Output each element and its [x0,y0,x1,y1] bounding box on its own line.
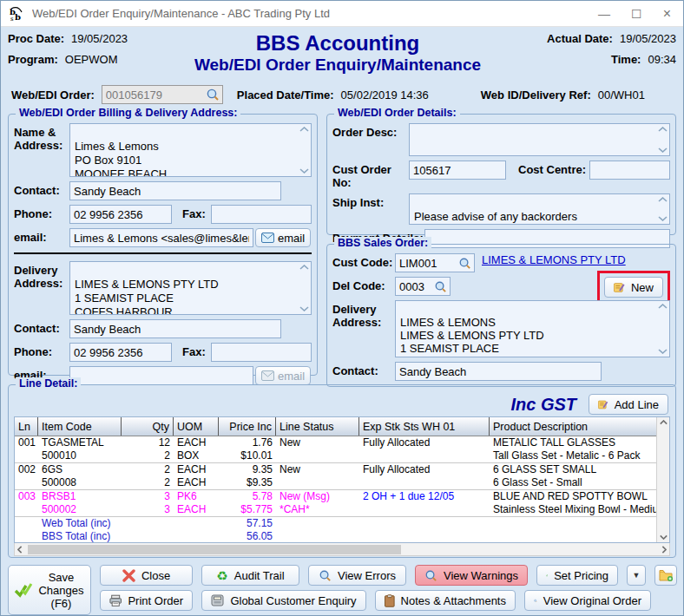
scroll-down-icon[interactable] [299,167,309,174]
printer-icon [109,594,122,607]
svg-text:b: b [15,12,21,22]
column-header[interactable]: Line Status [276,417,359,436]
webedi-order-input[interactable] [102,85,223,104]
close-window-button[interactable]: × [663,8,671,20]
del-code-input[interactable] [395,277,451,296]
scroll-up-icon[interactable] [658,197,668,203]
customer-link[interactable]: LIMES & LEMONS PTY LTD [482,253,626,266]
scroll-down-icon[interactable] [658,147,668,153]
delivery-fax-label: Fax: [182,343,206,358]
maximize-button[interactable]: ☐ [631,8,642,20]
column-header[interactable]: UOM [174,417,219,436]
delivery-address-label: Delivery Address: [14,261,69,290]
scroll-down-icon[interactable] [660,534,668,540]
vertical-scrollbar[interactable] [656,417,669,542]
placed-datetime-value: 05/02/2019 14:36 [341,88,429,102]
add-line-button[interactable]: Add Line [589,394,668,415]
view-warnings-button[interactable]: View Warnings [415,565,528,586]
note-pencil-icon [614,281,625,294]
delivery-address-textarea[interactable]: LIMES & LEMONS PTY LTD 1 SEAMIST PLACE C… [69,261,312,315]
scroll-up-icon[interactable] [299,265,309,271]
order-desc-textarea[interactable] [409,123,670,156]
billing-delivery-group: Web/EDI Order Billing & Delivery Address… [8,114,318,376]
column-header[interactable]: Product Description [490,417,656,436]
print-order-button[interactable]: Print Order [100,590,193,611]
new-folder-button[interactable] [654,565,677,586]
clipboard-icon [385,594,395,607]
scroll-down-icon[interactable] [658,348,668,354]
scrollbar-thumb[interactable] [28,545,401,554]
cust-code-input[interactable] [395,253,475,272]
section-divider [14,252,312,254]
notes-attachments-button[interactable]: Notes & Attachments [375,590,516,611]
webedi-order-field[interactable] [102,88,203,102]
sales-contact-input[interactable] [395,362,602,381]
webid-value: 00/WH01 [598,88,645,102]
set-pricing-dropdown-button[interactable]: ▼ [627,565,646,586]
cust-order-no-input[interactable] [409,161,506,180]
billing-email-button[interactable]: email [255,228,311,247]
search-icon[interactable] [458,257,471,270]
table-cell [174,530,219,542]
table-cell: EACH [174,476,219,489]
table-cell: 003 [15,490,38,503]
table-cell: 002 [15,463,38,476]
line-item-row[interactable]: 001TGASMETAL12EACH1.76NewFully Allocated… [15,436,656,463]
delivery-contact-label: Contact: [14,319,69,335]
search-icon[interactable] [206,88,220,102]
table-cell [490,530,656,542]
scroll-up-icon[interactable] [660,420,668,425]
billing-phone-input[interactable] [69,205,172,224]
note-pencil-icon [598,398,608,411]
billing-fax-input[interactable] [211,205,312,224]
close-button[interactable]: Close [100,565,193,586]
delivery-phone-input[interactable] [69,343,172,362]
refresh-icon [546,569,548,582]
scroll-up-icon[interactable] [299,127,309,133]
column-header[interactable]: Ln [15,417,38,436]
sales-delivery-address-textarea[interactable]: LIMES & LEMONS LIMES & LEMONS PTY LTD 1 … [395,300,670,357]
view-errors-button[interactable]: View Errors [308,565,406,586]
table-cell [15,517,38,530]
save-changes-button[interactable]: Save Changes (F6) [8,565,91,615]
scroll-right-icon[interactable] [661,546,667,554]
global-customer-enquiry-button[interactable]: Global Customer Enquiry [201,590,366,611]
view-original-order-button[interactable]: View Original Order [524,590,651,611]
billing-address-textarea[interactable]: Limes & Lemons PO Box 9101 MOONEE BEACH … [69,123,312,177]
audit-trail-button[interactable]: ♻ Audit Trail [201,565,299,586]
delivery-contact-input[interactable] [69,319,281,338]
billing-email-input[interactable] [69,228,253,247]
minimize-button[interactable]: — [598,8,610,20]
billing-group-title: Web/EDI Order Billing & Delivery Address… [16,107,240,119]
scroll-down-icon[interactable] [299,305,309,311]
new-button[interactable]: New [604,277,663,298]
table-cell: BRSB1 [38,490,122,503]
column-header[interactable]: Price Inc [219,417,276,436]
table-cell [359,517,490,530]
set-pricing-button[interactable]: Set Pricing [536,565,618,586]
table-header-row[interactable]: LnItem CodeQtyUOMPrice IncLine StatusExp… [15,417,656,436]
annotation-highlight-rect: New [597,271,670,304]
program-value: OEPWOM [65,53,118,66]
horizontal-scrollbar[interactable] [14,543,670,556]
column-header[interactable]: Exp Stk Sts WH 01 [359,417,490,436]
line-item-row[interactable]: 0026GS2EACH9.35NewFully Allocated6 GLASS… [15,463,656,490]
table-cell: New [276,436,359,449]
program-label: Program: [8,53,58,66]
delivery-email-input[interactable] [69,366,253,385]
ship-inst-textarea[interactable]: Please advise of any backorders [409,193,670,225]
billing-contact-input[interactable] [69,181,281,200]
delivery-email-button[interactable]: email [255,366,311,385]
column-header[interactable]: Item Code [38,417,122,436]
line-item-row[interactable]: 003BRSB13PK65.78New (Msg)2 OH + 1 due 12… [15,490,656,517]
delivery-fax-input[interactable] [211,343,312,362]
table-cell [359,449,490,462]
total-row: Web Total (inc)57.15 [15,517,656,530]
scroll-up-icon[interactable] [658,304,668,310]
search-icon[interactable] [434,280,447,293]
scroll-down-icon[interactable] [658,215,668,221]
column-header[interactable]: Qty [122,417,174,436]
scroll-left-icon[interactable] [17,546,23,554]
cost-centre-input[interactable] [589,161,670,180]
scroll-up-icon[interactable] [658,127,668,133]
